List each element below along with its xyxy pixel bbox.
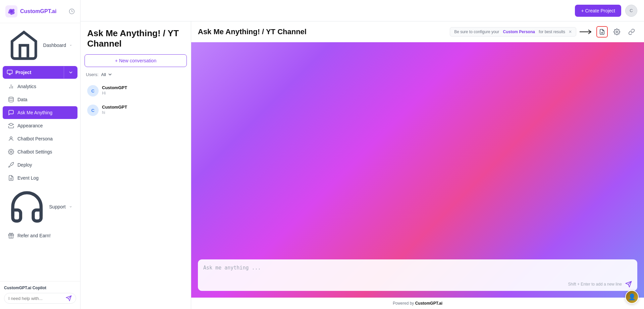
powered-by: Powered by CustomGPT.ai: [191, 298, 644, 309]
refer-label: Refer and Earn!: [17, 233, 51, 238]
svg-point-1: [10, 10, 13, 13]
new-conversation-button[interactable]: + New conversation: [85, 54, 187, 67]
list-item[interactable]: C CustomGPT hi: [85, 101, 187, 120]
users-filter-value: All: [101, 72, 106, 77]
chatbot-persona-label: Chatbot Persona: [17, 136, 53, 141]
chat-icon: [8, 110, 14, 116]
send-button[interactable]: [625, 281, 632, 288]
brand-name: CustomGPT.ai: [20, 8, 56, 14]
dashboard-chevron: [69, 43, 72, 48]
settings-button[interactable]: [611, 26, 623, 38]
users-filter: Users: All: [85, 72, 187, 77]
sidebar-item-deploy[interactable]: Deploy: [3, 159, 77, 171]
sidebar-item-project[interactable]: Project: [3, 66, 77, 79]
gear-icon: [613, 28, 620, 35]
copilot-send-icon[interactable]: [66, 295, 72, 301]
powered-by-brand: CustomGPT.ai: [415, 301, 442, 306]
sidebar-item-chatbot-settings[interactable]: Chatbot Settings: [3, 145, 77, 158]
main-area: + Create Project C Ask Me Anything! / YT…: [80, 0, 644, 309]
content-area: Ask Me Anything! / YT Channel + New conv…: [80, 21, 644, 309]
chat-input-wrap: Shift + Enter to add a new line: [198, 259, 637, 291]
support-label: Support: [49, 204, 66, 209]
left-panel-inner: + New conversation Users: All C CustomGP…: [80, 54, 191, 309]
page-title-row: Ask Me Anything! / YT Channel: [80, 21, 191, 54]
sidebar-item-analytics[interactable]: Analytics: [3, 80, 77, 93]
data-label: Data: [17, 97, 28, 102]
powered-by-text: Powered by: [393, 301, 414, 306]
conversations-list: C CustomGPT Hi C CustomGPT hi: [85, 81, 187, 309]
sidebar: CustomGPT.ai Dashboard Project: [0, 0, 80, 309]
copilot-label: CustomGPT.ai Copilot: [4, 286, 76, 290]
logo-icon: [5, 5, 17, 17]
home-icon: [8, 29, 40, 61]
arrow-icon: [580, 28, 593, 35]
sidebar-item-ask-me-anything[interactable]: Ask Me Anything: [3, 106, 77, 119]
export-button[interactable]: [596, 26, 608, 38]
avatar: C: [87, 85, 99, 97]
project-chevron[interactable]: [64, 66, 77, 78]
chat-gradient: Shift + Enter to add a new line: [191, 42, 644, 298]
person-icon: [8, 136, 14, 142]
top-bar: + Create Project C: [80, 0, 644, 21]
create-project-button[interactable]: + Create Project: [575, 5, 621, 17]
chat-header: Ask Me Anything! / YT Channel Be sure to…: [191, 21, 644, 42]
sidebar-item-dashboard[interactable]: Dashboard: [3, 26, 77, 65]
svg-rect-3: [7, 70, 12, 74]
avatar-image: 👤: [626, 291, 638, 303]
event-log-label: Event Log: [17, 175, 39, 181]
chatbot-settings-label: Chatbot Settings: [17, 149, 52, 154]
send-icon: [625, 281, 632, 288]
rocket-icon: [8, 162, 14, 168]
paint-icon: [8, 123, 14, 129]
persona-notice: Be sure to configure your Custom Persona…: [450, 27, 576, 37]
analytics-icon: [8, 83, 14, 89]
custom-persona-link[interactable]: Custom Persona: [503, 29, 535, 34]
users-select[interactable]: All: [101, 72, 113, 77]
svg-point-11: [10, 151, 12, 152]
users-label: Users:: [86, 72, 99, 77]
data-icon: [8, 97, 14, 103]
clock-icon[interactable]: [69, 8, 75, 14]
sidebar-item-chatbot-persona[interactable]: Chatbot Persona: [3, 132, 77, 145]
deploy-label: Deploy: [17, 162, 32, 168]
copilot-input[interactable]: [8, 296, 66, 301]
left-panel: Ask Me Anything! / YT Channel + New conv…: [80, 21, 191, 309]
project-icon: [7, 69, 13, 75]
svg-point-20: [616, 31, 618, 33]
conv-preview: hi: [102, 110, 184, 115]
log-icon: [8, 175, 14, 181]
sidebar-logo: CustomGPT.ai: [0, 0, 80, 23]
export-icon: [599, 29, 605, 35]
conv-info: CustomGPT Hi: [102, 85, 184, 96]
chat-page-title: Ask Me Anything! / YT Channel: [198, 27, 307, 36]
headphones-icon: [8, 188, 46, 226]
chat-hint: Shift + Enter to add a new line: [568, 282, 622, 287]
sidebar-item-data[interactable]: Data: [3, 93, 77, 106]
avatar: C: [87, 105, 99, 116]
chat-header-right: Be sure to configure your Custom Persona…: [450, 26, 637, 38]
persona-notice-suffix: for best results: [539, 29, 565, 34]
sidebar-item-support[interactable]: Support: [3, 185, 77, 229]
link-button[interactable]: [626, 26, 637, 38]
chat-input[interactable]: [203, 265, 632, 277]
support-chevron: [69, 204, 72, 209]
persona-notice-text: Be sure to configure your: [454, 29, 499, 34]
list-item[interactable]: C CustomGPT Hi: [85, 81, 187, 101]
settings-icon: [8, 149, 14, 155]
sidebar-item-appearance[interactable]: Appearance: [3, 119, 77, 132]
gift-icon: [8, 233, 14, 239]
appearance-label: Appearance: [17, 123, 43, 128]
sidebar-item-refer[interactable]: Refer and Earn!: [3, 229, 77, 242]
copilot-input-wrap: [4, 293, 76, 304]
right-panel: Ask Me Anything! / YT Channel Be sure to…: [191, 21, 644, 309]
sidebar-nav: Dashboard Project Analytics Data Ask: [0, 23, 80, 281]
conv-name: CustomGPT: [102, 105, 184, 110]
chat-area: Shift + Enter to add a new line: [191, 42, 644, 298]
bottom-user-avatar[interactable]: 👤: [625, 290, 639, 304]
persona-close-icon[interactable]: ✕: [569, 29, 572, 34]
sidebar-item-event-log[interactable]: Event Log: [3, 172, 77, 184]
copilot-section: CustomGPT.ai Copilot: [0, 281, 80, 309]
chevron-down-icon: [68, 70, 73, 75]
arrow-indicator: [580, 28, 593, 35]
users-chevron-icon: [107, 72, 113, 77]
